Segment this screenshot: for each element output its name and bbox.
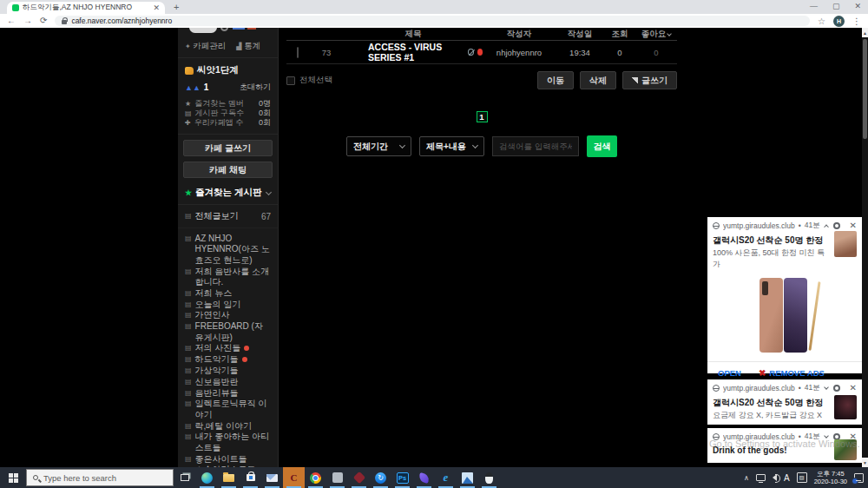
task-view-button[interactable] bbox=[174, 467, 196, 488]
chevron-up-icon[interactable] bbox=[824, 225, 829, 230]
hidden-icons-chevron[interactable]: ∧ bbox=[744, 474, 749, 482]
move-button[interactable]: 이동 bbox=[537, 71, 574, 89]
action-center-icon[interactable] bbox=[854, 473, 864, 483]
board-icon: ▤ bbox=[185, 267, 192, 277]
file-explorer-icon[interactable] bbox=[218, 467, 240, 488]
sidebar-board-item[interactable]: ▤가연인사 bbox=[185, 310, 271, 320]
notification-title: 갤럭시S20 선착순 50명 한정 bbox=[707, 233, 829, 247]
ime-mode-icon[interactable]: ▨ bbox=[797, 472, 807, 483]
gear-icon[interactable] bbox=[833, 222, 840, 229]
gom-player-icon[interactable]: C bbox=[283, 467, 305, 488]
edge-icon[interactable] bbox=[196, 467, 218, 488]
store-icon-glyph bbox=[247, 474, 255, 481]
post-title-link[interactable]: ACCESS - VIRUS SERIES #1 bbox=[368, 42, 464, 63]
sync-app-icon[interactable]: ↻ bbox=[370, 467, 391, 488]
invite-link[interactable]: 초대하기 bbox=[240, 82, 271, 93]
photos-icon[interactable] bbox=[457, 467, 478, 488]
cafe-manage-link[interactable]: ✦ 카페관리 bbox=[185, 41, 226, 52]
close-icon[interactable]: ✕ bbox=[850, 384, 857, 392]
select-all-checkbox[interactable] bbox=[286, 76, 295, 85]
sidebar-board-item[interactable]: ▤신보음반란 bbox=[185, 377, 271, 387]
board-icon: ▤ bbox=[185, 432, 192, 442]
volume-icon[interactable] bbox=[773, 474, 777, 481]
scrollbar-thumb[interactable] bbox=[863, 39, 867, 139]
store-icon[interactable] bbox=[240, 467, 261, 488]
board-label: 오늘의 일기 bbox=[195, 300, 241, 310]
sidebar-board-item[interactable]: ▤음반리뷰들 bbox=[185, 388, 271, 399]
browser-toolbar: ← → ⟳ cafe.naver.com/aznhjohyennro ☆ H ⋮ bbox=[0, 14, 868, 28]
notification-popup-2[interactable]: yumtp.giraudules.club •41분 ✕ 갤럭시S20 선착순 … bbox=[707, 379, 862, 425]
browser-menu-icon[interactable]: ⋮ bbox=[852, 16, 861, 26]
remove-ads-link[interactable]: ✖REMOVE ADS bbox=[759, 368, 825, 378]
cafe-write-button[interactable]: 카페 글쓰기 bbox=[183, 140, 273, 156]
sidebar-board-item[interactable]: ▤저희 음반사를 소개합니다. bbox=[185, 267, 271, 288]
photoshop-icon[interactable]: Ps bbox=[391, 467, 413, 488]
sidebar-board-item[interactable]: ▤AZ NHJO HYENNRO(아즈 노효즈오 현느로) bbox=[185, 234, 271, 266]
penguin-app-icon[interactable] bbox=[478, 467, 500, 488]
scroll-down-arrow[interactable]: ▼ bbox=[862, 458, 868, 467]
start-button[interactable] bbox=[0, 467, 26, 488]
sidebar-board-item[interactable]: ▤내가 좋아하는 아티스트들 bbox=[185, 432, 271, 453]
col-likes-sort[interactable]: 좋아요 bbox=[635, 29, 677, 40]
gray-app-icon[interactable] bbox=[326, 467, 348, 488]
delete-button[interactable]: 삭제 bbox=[580, 71, 616, 89]
sidebar-board-item[interactable]: ▤오늘의 일기 bbox=[185, 300, 271, 310]
taskbar-search-box[interactable]: Type here to search bbox=[26, 469, 174, 486]
sidebar-board-item[interactable]: ▤FREEBOARD (자유게시판) bbox=[185, 321, 271, 343]
row-checkbox[interactable] bbox=[297, 47, 299, 58]
chevron-down-icon[interactable] bbox=[824, 385, 829, 390]
page-scrollbar[interactable]: ▲ ▼ bbox=[862, 28, 868, 467]
window-minimize-button[interactable]: — bbox=[810, 2, 818, 10]
search-button[interactable]: 검색 bbox=[587, 135, 617, 157]
page-number-button[interactable]: 1 bbox=[477, 111, 488, 122]
bookmark-star-icon[interactable]: ☆ bbox=[818, 16, 825, 26]
red-app-icon[interactable] bbox=[348, 467, 370, 488]
chrome-icon[interactable] bbox=[305, 467, 326, 488]
search-input[interactable] bbox=[492, 136, 579, 156]
close-icon[interactable]: ✕ bbox=[850, 221, 857, 230]
all-posts-link[interactable]: ▤ 전체글보기 67 bbox=[178, 205, 278, 228]
new-tab-button[interactable]: + bbox=[174, 2, 179, 12]
browser-profile-avatar[interactable]: H bbox=[833, 16, 845, 27]
pencil-icon bbox=[632, 77, 638, 83]
sidebar-board-item[interactable]: ▤락,메탈 이야기 bbox=[185, 421, 271, 432]
refresh-button[interactable]: ⟳ bbox=[40, 16, 47, 25]
scroll-up-arrow[interactable]: ▲ bbox=[862, 28, 868, 37]
browser-tab[interactable]: 하드악기들,AZ NHJO HYENNRO ✕ bbox=[7, 2, 165, 14]
sidebar-board-item[interactable]: ▤하드악기들 bbox=[185, 354, 271, 365]
sidebar-board-item[interactable]: ▤저의 사진들 bbox=[185, 343, 271, 353]
sidebar-board-item[interactable]: ▤좋은사이트들 bbox=[185, 454, 271, 465]
sidebar-board-item[interactable]: ▤저희 뉴스 bbox=[185, 288, 271, 299]
sidebar-board-item[interactable]: ▤가상악기들 bbox=[185, 366, 271, 376]
open-link[interactable]: OPEN bbox=[718, 368, 741, 378]
taskbar-clock[interactable]: 오후 7:45 2020-10-30 bbox=[814, 470, 847, 485]
internet-explorer-icon[interactable]: e bbox=[435, 467, 457, 488]
mail-icon[interactable] bbox=[261, 467, 283, 488]
notification-popup-3[interactable]: yumtp.giraudules.club •41분 ✕ Drink of th… bbox=[707, 428, 862, 463]
notification-popup-1[interactable]: yumtp.giraudules.club •41분 ✕ 갤럭시S20 선착순 … bbox=[707, 217, 862, 373]
write-post-button[interactable]: 글쓰기 bbox=[622, 71, 677, 89]
decoration bbox=[247, 28, 256, 30]
search-period-select[interactable]: 전체기간 bbox=[346, 136, 411, 156]
forward-button[interactable]: → bbox=[23, 16, 32, 25]
address-bar[interactable]: cafe.naver.com/aznhjohyennro bbox=[55, 16, 810, 26]
window-close-button[interactable]: ✕ bbox=[854, 2, 861, 10]
sidebar-board-item[interactable]: ▤일렉트로닉뮤직 이야기 bbox=[185, 399, 271, 420]
window-maximize-button[interactable]: ▢ bbox=[832, 2, 840, 10]
chevron-down-icon[interactable] bbox=[824, 433, 829, 439]
select-all-control[interactable]: 전체선택 bbox=[286, 75, 332, 86]
globe-icon bbox=[713, 385, 720, 392]
cafe-stats-link[interactable]: ▟ 통계 bbox=[236, 41, 260, 52]
search-scope-select[interactable]: 제목+내용 bbox=[419, 136, 484, 156]
back-button[interactable]: ← bbox=[7, 16, 16, 25]
post-author-link[interactable]: nhjohyennro bbox=[483, 48, 556, 57]
gear-icon[interactable] bbox=[833, 385, 840, 392]
ime-language-indicator[interactable]: A bbox=[784, 473, 790, 483]
cafe-chat-button[interactable]: 카페 채팅 bbox=[183, 162, 273, 178]
tab-close-icon[interactable]: ✕ bbox=[153, 4, 160, 12]
bird-app-icon[interactable] bbox=[413, 467, 435, 488]
collapse-caret-icon[interactable] bbox=[266, 188, 272, 195]
cafe-stat-list: ★즐겨찾는 멤버0명 ▤게시판 구독수0회 ✚우리카페앱 수0회 bbox=[178, 97, 278, 135]
members-icon: ▲▲ bbox=[185, 83, 201, 92]
network-icon[interactable] bbox=[756, 474, 766, 481]
